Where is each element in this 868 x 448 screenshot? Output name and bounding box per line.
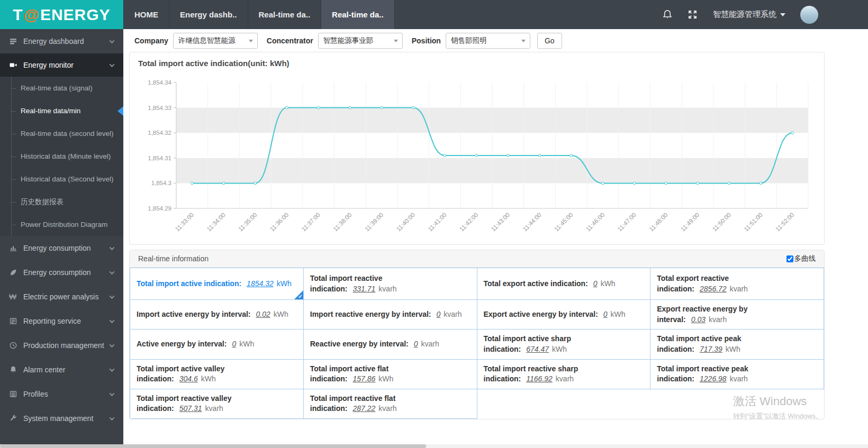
- wrench-icon: [9, 414, 17, 423]
- chevron-down-icon: [110, 391, 115, 396]
- sidebar-item-energy-consumption-1[interactable]: Energy consumption: [0, 236, 123, 260]
- sidebar-subitem-realtime-signal[interactable]: Real-time data (signal): [0, 77, 123, 99]
- realtime-metrics-table: Total import active indication:1854.32kW…: [130, 268, 824, 419]
- sidebar-subitem-power-distribution[interactable]: Power Distribution Diagram: [0, 213, 123, 236]
- company-label: Company: [134, 36, 168, 45]
- sidebar-item-label: System management: [23, 414, 110, 423]
- svg-text:11:50:00: 11:50:00: [711, 212, 733, 233]
- list-icon: [9, 390, 17, 398]
- line-chart[interactable]: 1,854.341,854.331,854.321,854.311,854.31…: [138, 75, 816, 243]
- metric-total-import-active-sharp[interactable]: Total import active sharp indication:674…: [477, 330, 650, 359]
- bar-chart-icon: [9, 244, 17, 252]
- sidebar-subitem-realtime-second[interactable]: Real-time data (second level): [0, 122, 123, 145]
- energy-monitor-submenu: Real-time data (signal) Real-time data/m…: [0, 77, 123, 236]
- realtime-info-title: Real-time information: [138, 254, 209, 263]
- svg-text:11:40:00: 11:40:00: [395, 212, 417, 233]
- sidebar-item-profiles[interactable]: Profiles: [0, 382, 123, 406]
- sidebar-item-reporting-service[interactable]: Reporting service: [0, 309, 123, 333]
- logo-text: T: [13, 6, 23, 24]
- sidebar-item-energy-monitor[interactable]: Energy monitor: [0, 53, 123, 77]
- clock-icon: [9, 341, 17, 350]
- metric-total-import-reactive-sharp[interactable]: Total import reactive sharp indication:1…: [477, 359, 650, 389]
- realtime-info-card: Real-time information 多曲线 Total import a…: [129, 250, 825, 419]
- metric-export-reactive-energy-interval[interactable]: Export reactive energy by interval:0.03k…: [650, 300, 824, 330]
- metric-import-active-energy-interval[interactable]: Import active energy by interval:0.02kWh: [130, 300, 304, 330]
- position-select[interactable]: 销售部照明: [446, 33, 530, 49]
- metric-total-import-reactive-valley[interactable]: Total import reactive valley indication:…: [130, 389, 304, 418]
- multi-curve-checkbox[interactable]: [786, 255, 793, 262]
- won-sign-icon: ₩: [9, 292, 17, 301]
- metric-reactive-energy-interval[interactable]: Reactive energy by interval:0kvarh: [303, 330, 477, 359]
- sidebar-subitem-realtime-min[interactable]: Real-time data/min: [0, 99, 123, 122]
- concentrator-select-value: 智慧能源事业部: [323, 36, 374, 45]
- metric-import-reactive-energy-interval[interactable]: Import reactive energy by interval:0kvar…: [303, 300, 477, 330]
- svg-text:11:47:00: 11:47:00: [617, 212, 638, 233]
- sidebar-item-label: Profiles: [23, 390, 110, 398]
- metric-total-export-active-indication[interactable]: Total export active indication:0kWh: [477, 268, 650, 300]
- sidebar-item-system-management[interactable]: System management: [0, 406, 123, 431]
- avatar[interactable]: [800, 6, 818, 24]
- position-select-value: 销售部照明: [451, 36, 487, 45]
- leaf-icon: [9, 268, 17, 277]
- sidebar-subitem-history-report[interactable]: 历史数据报表: [0, 190, 123, 213]
- table-row: Total import active valley indication:30…: [130, 359, 824, 389]
- metric-total-import-active-flat[interactable]: Total import active flat indication:157.…: [303, 359, 477, 389]
- metric-total-export-reactive-indication[interactable]: Total export reactive indication:2856.72…: [650, 268, 824, 300]
- brand-logo[interactable]: T@ENERGY: [0, 0, 123, 29]
- sidebar-item-energy-dashboard[interactable]: Energy dashboard: [0, 29, 123, 53]
- metric-total-import-active-indication[interactable]: Total import active indication:1854.32kW…: [130, 268, 304, 300]
- svg-text:11:52:00: 11:52:00: [774, 212, 795, 233]
- company-select[interactable]: 许继信息智慧能源: [173, 33, 258, 49]
- dashboard-icon: [9, 37, 17, 45]
- horizontal-scrollbar-thumb[interactable]: [0, 444, 426, 448]
- main-content: Company 许继信息智慧能源 Concentrator 智慧能源事业部 Po…: [123, 29, 868, 444]
- metric-total-import-reactive-indication[interactable]: Total import reactive indication:331.71k…: [303, 268, 477, 300]
- horizontal-scrollbar[interactable]: [0, 444, 868, 448]
- position-label: Position: [412, 36, 441, 45]
- sidebar-subitem-historical-minute[interactable]: Historical data (Minute level): [0, 145, 123, 168]
- chevron-down-icon: [394, 40, 398, 42]
- svg-text:11:51:00: 11:51:00: [743, 212, 764, 233]
- metric-total-import-active-peak[interactable]: Total import active peak indication:717.…: [650, 330, 824, 359]
- sidebar-item-alarm-center[interactable]: Alarm center: [0, 358, 123, 382]
- bell-icon[interactable]: [662, 10, 673, 20]
- metric-export-active-energy-interval[interactable]: Export active energy by interval:0kWh: [477, 300, 650, 330]
- metric-active-energy-interval[interactable]: Active energy by interval:0kWh: [130, 330, 304, 359]
- svg-text:11:35:00: 11:35:00: [237, 212, 258, 233]
- table-row: Total import reactive valley indication:…: [130, 389, 824, 418]
- sidebar-subitem-historical-second[interactable]: Historical data (Second level): [0, 168, 123, 190]
- sidebar-item-electric-power-analysis[interactable]: ₩ Electric power analysis: [0, 285, 123, 309]
- go-button[interactable]: Go: [537, 33, 562, 49]
- svg-text:11:48:00: 11:48:00: [648, 212, 669, 233]
- chevron-down-icon: [110, 318, 115, 323]
- svg-text:11:38:00: 11:38:00: [332, 212, 353, 233]
- tab-realtime-data-1[interactable]: Real-time da..: [248, 0, 322, 29]
- multi-curve-toggle[interactable]: 多曲线: [786, 254, 816, 263]
- concentrator-label: Concentrator: [267, 36, 313, 45]
- sidebar-item-label: Energy consumption: [23, 244, 110, 252]
- app-root: T@ENERGY HOME Energy dashb.. Real-time d…: [0, 0, 868, 448]
- metric-total-import-active-valley[interactable]: Total import active valley indication:30…: [130, 359, 304, 389]
- tab-realtime-data-2[interactable]: Real-time da..: [321, 0, 395, 29]
- fullscreen-icon[interactable]: [688, 10, 698, 20]
- sidebar-item-label: Reporting service: [23, 317, 110, 325]
- svg-text:1,854.3: 1,854.3: [151, 180, 171, 186]
- chevron-down-icon: [110, 415, 115, 420]
- sidebar-item-production-management[interactable]: Production management: [0, 333, 123, 358]
- metric-total-import-reactive-peak[interactable]: Total import reactive peak indication:12…: [650, 359, 824, 389]
- tab-energy-dashboard[interactable]: Energy dashb..: [169, 0, 248, 29]
- system-menu[interactable]: 智慧能源管理系统: [713, 10, 785, 20]
- chevron-down-icon: [110, 367, 115, 372]
- metric-total-import-reactive-flat[interactable]: Total import reactive flat indication:28…: [303, 389, 477, 418]
- realtime-info-header: Real-time information 多曲线: [130, 250, 824, 268]
- sidebar-item-energy-consumption-2[interactable]: Energy consumption: [0, 260, 123, 285]
- tab-home[interactable]: HOME: [123, 0, 169, 29]
- chevron-down-icon: [110, 62, 115, 67]
- filter-bar: Company 许继信息智慧能源 Concentrator 智慧能源事业部 Po…: [123, 29, 868, 52]
- svg-text:1,854.31: 1,854.31: [148, 155, 171, 161]
- svg-text:11:45:00: 11:45:00: [553, 212, 574, 233]
- header-right: 智慧能源管理系统: [662, 0, 868, 29]
- chevron-down-icon: [521, 40, 526, 42]
- chevron-down-icon: [110, 269, 115, 275]
- concentrator-select[interactable]: 智慧能源事业部: [318, 33, 403, 49]
